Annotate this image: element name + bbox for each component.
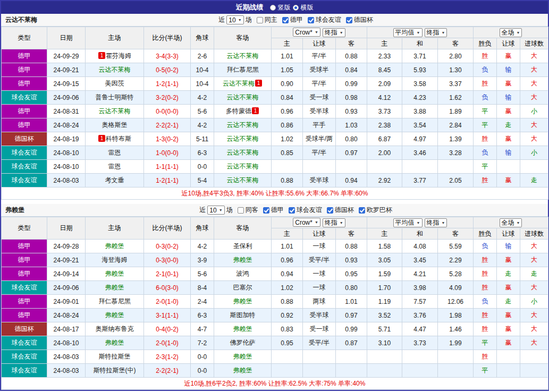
team-section: 云达不莱梅近10▼场同主德甲球会友谊德国杯类型日期主场比分(半场)角球客场Cro… <box>1 14 548 200</box>
avg-away-cell: 2.29 <box>438 253 474 267</box>
league-checkbox[interactable] <box>327 207 333 214</box>
home-team-cell[interactable]: 斯特拉斯堡 <box>86 350 144 364</box>
home-team-cell[interactable]: 弗赖堡 <box>86 336 144 350</box>
score-cell[interactable]: 1-0(0-0) <box>144 146 191 160</box>
away-team-cell[interactable]: 斯图加特 <box>214 309 272 322</box>
away-team-cell[interactable]: 波鸿 <box>214 267 272 281</box>
final-odds-select[interactable]: 终指▼ <box>323 218 345 227</box>
home-team-cell[interactable]: 弗赖堡 <box>86 240 144 253</box>
avg-draw-cell: 5.93 <box>402 63 438 77</box>
final-odds-select[interactable]: 终指▼ <box>323 28 345 37</box>
score-cell[interactable]: 0-5(0-2) <box>144 63 191 77</box>
period-select[interactable]: 全场▼ <box>500 218 522 227</box>
league-checkbox[interactable] <box>359 207 365 214</box>
home-team-cell[interactable]: 雷恩 <box>86 146 144 160</box>
away-team-cell[interactable]: 巴塞尔 <box>214 281 272 295</box>
home-team-cell[interactable]: 弗赖堡 <box>86 281 144 295</box>
score-cell[interactable]: 1-3(0-2) <box>144 132 191 146</box>
league-label[interactable]: 球会友谊 <box>297 206 322 215</box>
league-label[interactable]: 球会友谊 <box>316 15 341 24</box>
final-odds-select[interactable]: 终指▼ <box>425 28 447 37</box>
score-cell[interactable]: 2-2(2-1) <box>144 118 191 132</box>
home-team-cell[interactable]: 普鲁士明斯特 <box>86 91 144 105</box>
home-team-cell[interactable]: 1霍芬海姆 <box>86 49 144 63</box>
match-count-select[interactable]: 10▼ <box>226 15 243 24</box>
league-checkbox[interactable] <box>263 207 269 214</box>
score-cell[interactable]: 2-2(2-1) <box>144 364 191 378</box>
score-cell[interactable]: 3-1(1-1) <box>144 309 191 322</box>
home-team-cell[interactable]: 美因茨 <box>86 77 144 91</box>
away-team-cell[interactable]: 云达不莱梅 <box>214 118 272 132</box>
radio-vertical[interactable] <box>270 5 276 11</box>
away-team-cell[interactable]: 弗赖堡 <box>214 364 272 378</box>
home-team-cell[interactable]: 拜仁慕尼黑 <box>86 295 144 309</box>
score-cell[interactable]: 0-0(0-0) <box>144 105 191 118</box>
score-cell[interactable]: 6-0(3-0) <box>144 281 191 295</box>
score-cell[interactable]: 1-2(1-1) <box>144 174 191 188</box>
score-cell[interactable]: 1-1(1-1) <box>144 160 191 174</box>
away-team-cell[interactable]: 拜仁慕尼黑 <box>214 63 272 77</box>
home-team-cell[interactable]: 雷恩 <box>86 160 144 174</box>
away-team-cell[interactable]: 佛罗伦萨 <box>214 336 272 350</box>
home-team-cell[interactable]: 云达不莱梅 <box>86 63 144 77</box>
radio-vertical-label[interactable]: 竖版 <box>278 3 291 12</box>
home-team-cell[interactable]: 奥斯纳布鲁克 <box>86 322 144 336</box>
score-cell[interactable]: 3-4(3-3) <box>144 49 191 63</box>
away-team-cell[interactable]: 云达不莱梅 <box>214 160 272 174</box>
league-label[interactable]: 欧罗巴杯 <box>367 206 392 215</box>
away-team-cell[interactable]: 弗赖堡 <box>214 295 272 309</box>
away-team-cell[interactable]: 圣保利 <box>214 240 272 253</box>
league-label[interactable]: 德国杯 <box>354 15 373 24</box>
league-label[interactable]: 德国杯 <box>335 206 354 215</box>
away-team-cell[interactable]: 云达不莱梅 <box>214 174 272 188</box>
avg-home-cell: 1.19 <box>367 295 402 309</box>
score-cell[interactable]: 0-3(0-0) <box>144 253 191 267</box>
score-cell[interactable]: 0-4(0-2) <box>144 322 191 336</box>
home-team-cell[interactable]: 考文垂 <box>86 174 144 188</box>
home-team-cell[interactable]: 弗赖堡 <box>86 267 144 281</box>
league-label[interactable]: 德甲 <box>290 15 303 24</box>
away-team-cell[interactable]: 弗赖堡 <box>214 253 272 267</box>
bookmaker-select[interactable]: Crow*▼ <box>293 28 320 37</box>
match-count-select[interactable]: 10▼ <box>207 206 224 215</box>
radio-horizontal[interactable] <box>293 5 299 11</box>
away-team-cell[interactable]: 弗赖堡 <box>214 322 272 336</box>
average-select[interactable]: 平均值▼ <box>393 28 423 37</box>
same-venue-checkbox[interactable] <box>257 17 263 23</box>
score-cell[interactable]: 2-3(1-2) <box>144 350 191 364</box>
away-team-cell[interactable]: 多特蒙德1 <box>214 105 272 118</box>
home-team-cell[interactable]: 斯特拉斯堡(中) <box>86 364 144 378</box>
final-odds-select[interactable]: 终指▼ <box>425 218 447 227</box>
away-team-cell[interactable]: 云达不莱梅 <box>214 146 272 160</box>
score-cell[interactable]: 3-2(0-2) <box>144 91 191 105</box>
handicap-result-cell: 赢 <box>497 322 520 336</box>
league-label[interactable]: 德甲 <box>271 206 284 215</box>
home-team-cell[interactable]: 海登海姆 <box>86 253 144 267</box>
league-checkbox[interactable] <box>308 17 314 23</box>
away-team-cell[interactable]: 云达不莱梅1 <box>214 77 272 91</box>
period-select[interactable]: 全场▼ <box>500 28 522 37</box>
odds-handicap-cell: 平/半 <box>303 146 336 160</box>
away-team-cell[interactable]: 云达不莱梅 <box>214 132 272 146</box>
home-team-cell[interactable]: 云达不莱梅 <box>86 105 144 118</box>
same-venue-checkbox[interactable] <box>238 207 244 214</box>
score-cell[interactable]: 2-0(1-0) <box>144 336 191 350</box>
radio-horizontal-label[interactable]: 横版 <box>301 3 314 12</box>
away-team-cell[interactable]: 弗赖堡 <box>214 350 272 364</box>
home-team-cell[interactable]: 1科特布斯 <box>86 132 144 146</box>
away-team-cell[interactable]: 云达不莱梅 <box>214 49 272 63</box>
home-team-cell[interactable]: 弗赖堡 <box>86 309 144 322</box>
score-cell[interactable]: 2-1(0-1) <box>144 267 191 281</box>
bookmaker-select[interactable]: Crow*▼ <box>293 218 320 227</box>
league-checkbox[interactable] <box>346 17 352 23</box>
score-cell[interactable]: 2-0(1-0) <box>144 295 191 309</box>
score-cell[interactable]: 0-3(0-2) <box>144 240 191 253</box>
score-cell[interactable]: 1-2(1-1) <box>144 77 191 91</box>
home-team-cell[interactable]: 奥格斯堡 <box>86 118 144 132</box>
average-select[interactable]: 平均值▼ <box>393 218 423 227</box>
away-team-cell[interactable]: 云达不莱梅 <box>214 91 272 105</box>
same-venue-label[interactable]: 同主 <box>265 15 277 24</box>
same-venue-label[interactable]: 同客 <box>246 206 258 215</box>
league-checkbox[interactable] <box>282 17 289 23</box>
league-checkbox[interactable] <box>289 207 295 214</box>
